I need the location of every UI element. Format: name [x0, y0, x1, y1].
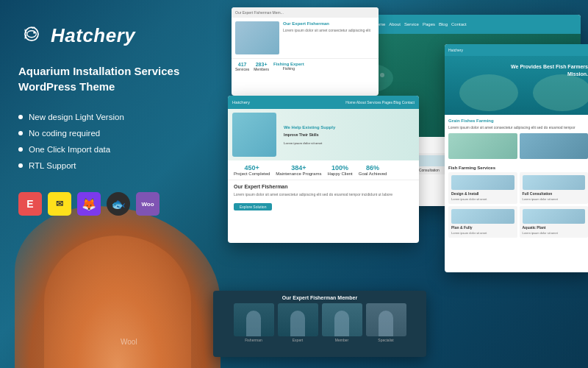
mid-desc: Lorem ipsum dolor sit amet consectetur a…: [234, 192, 413, 198]
brand-name: Hatchery: [51, 24, 135, 47]
mid-hero-img: [232, 113, 276, 157]
mid-explore-button[interactable]: Explore Solution: [234, 203, 272, 210]
main-container: Hatchery Aquarium Installation Services …: [0, 0, 588, 368]
top-text: Our Expert Fisherman Lorem ipsum dolor s…: [283, 21, 375, 54]
right-services-title: Fish Farming Services: [445, 166, 588, 170]
member-name: Fisherman: [234, 338, 274, 342]
member-name: Member: [322, 338, 362, 342]
top-stats-row: 417 Services 283+ Members Fishing Expert…: [232, 58, 379, 74]
top-desc: Lorem ipsum dolor sit amet consectetur a…: [283, 28, 375, 33]
feature-item: No coding required: [18, 129, 180, 138]
mid-header: Hatchery Home About Services Pages Blog …: [228, 96, 419, 109]
plugin-icons-row: E ✉ 🦊 🐟 Woo: [18, 192, 180, 216]
bullet-icon: [18, 163, 23, 168]
fish-icon: [18, 22, 45, 49]
top-title: Our Expert Fisherman: [283, 21, 375, 26]
member-photo: [234, 303, 274, 336]
right-service-card: Full Consultation Lorem ipsum dolor sit …: [520, 172, 589, 204]
top-stat: Fishing Expert Fishing: [273, 62, 304, 71]
screenshot-mid: Hatchery Home About Services Pages Blog …: [228, 96, 419, 243]
member-name: Expert: [278, 338, 318, 342]
right-mission-text: Lorem ipsum dolor sit amet consectetur a…: [448, 125, 588, 130]
right-hero: We Provides Best Fish Farmers Mission.: [445, 56, 588, 115]
service-img: [523, 209, 586, 224]
top-stat: 417 Services: [235, 62, 249, 71]
bottom-section-title: Our Expert Fisherman Member: [213, 291, 426, 303]
fox-icon[interactable]: 🦊: [77, 192, 101, 216]
right-service-card: Design & Install Lorem ipsum dolor sit a…: [448, 172, 517, 204]
mid-content: Our Expert Fisherman Lorem ipsum dolor s…: [228, 180, 419, 215]
members-row: Fisherman Expert Member: [213, 303, 426, 342]
brand-logo: Hatchery: [18, 22, 180, 49]
bullet-icon: [18, 131, 23, 135]
right-hero-text: We Provides Best Fish Farmers Mission.: [511, 63, 588, 78]
feature-item: One Click Import data: [18, 145, 180, 154]
right-services-grid: Design & Install Lorem ipsum dolor sit a…: [445, 172, 588, 241]
member-figure: [334, 311, 349, 336]
stat-item: 100% Happy Client: [327, 164, 352, 176]
top-image-placeholder: [235, 21, 279, 54]
member-card: Member: [322, 303, 362, 342]
features-list: New design Light Version No coding requi…: [18, 113, 180, 170]
member-card: Fisherman: [234, 303, 274, 342]
member-photo: [278, 303, 318, 336]
member-card: Expert: [278, 303, 318, 342]
svg-point-2: [33, 32, 35, 34]
member-figure: [379, 311, 393, 336]
mid-hero: We Help Existing Supply Improve Their Sk…: [228, 109, 419, 160]
stat-item: 384+ Maintenance Programs: [276, 164, 321, 176]
elementor-icon[interactable]: E: [18, 192, 42, 216]
right-header: Hatchery: [445, 44, 588, 56]
right-section: Grain Fishes Farming Lorem ipsum dolor s…: [445, 115, 588, 166]
stat-item: 86% Goal Achieved: [359, 164, 387, 176]
feature-item: RTL Support: [18, 161, 180, 170]
right-img-2: [520, 133, 589, 159]
mailchimp-icon[interactable]: ✉: [48, 192, 71, 216]
woocommerce-icon[interactable]: Woo: [136, 192, 159, 216]
member-figure: [290, 311, 305, 336]
member-photo: [322, 303, 362, 336]
service-img: [451, 175, 514, 190]
top-screenshot-header: Our Expert Fisherman Mem...: [232, 7, 379, 18]
svg-point-5: [380, 73, 384, 77]
screenshots-container: Our Expert Fisherman Mem... Our Expert F…: [191, 0, 588, 368]
left-panel: Hatchery Aquarium Installation Services …: [0, 0, 198, 368]
service-img: [451, 209, 514, 224]
site-nav: Home About Service Pages Blog Contact: [373, 22, 466, 26]
right-images: [448, 133, 588, 159]
member-name: Specialist: [366, 338, 406, 342]
stat-item: 450+ Project Completed: [234, 164, 270, 176]
right-section-title: Grain Fishes Farming: [448, 118, 588, 123]
bullet-icon: [18, 147, 23, 152]
mid-hero-text: We Help Existing Supply Improve Their Sk…: [284, 124, 335, 146]
screenshot-bottom: Our Expert Fisherman Member Fisherman Ex…: [213, 291, 426, 357]
svg-point-1: [27, 31, 37, 38]
screenshot-right: Hatchery We Provides Best Fish Farmers M…: [445, 44, 588, 272]
member-photo: [366, 303, 406, 336]
bullet-icon: [18, 115, 23, 119]
right-img-1: [448, 133, 517, 159]
dark-icon[interactable]: 🐟: [107, 192, 130, 216]
right-service-card: Plan & Fully Lorem ipsum dolor sit amet: [448, 206, 517, 238]
member-figure: [246, 311, 261, 336]
service-img: [523, 175, 586, 190]
top-screenshot-content: Our Expert Fisherman Lorem ipsum dolor s…: [232, 18, 379, 58]
mid-stats: 450+ Project Completed 384+ Maintenance …: [228, 160, 419, 180]
member-card: Specialist: [366, 303, 406, 342]
screenshot-top: Our Expert Fisherman Mem... Our Expert F…: [232, 7, 379, 96]
feature-item: New design Light Version: [18, 113, 180, 121]
theme-title: Aquarium Installation Services WordPress…: [18, 63, 180, 94]
right-service-card: Aquatic Plant Lorem ipsum dolor sit amet: [520, 206, 589, 238]
top-stat: 283+ Members: [254, 62, 269, 71]
mid-section-title: Our Expert Fisherman: [234, 184, 413, 189]
